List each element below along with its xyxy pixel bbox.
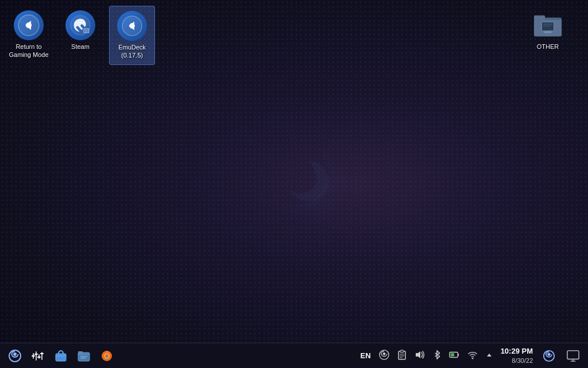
volume-tray-icon[interactable] [412,348,427,364]
notifications-up-icon[interactable] [483,348,495,363]
taskbar-left [5,346,358,366]
firefox-taskbar-btn[interactable] [96,346,117,366]
svg-rect-28 [56,354,66,361]
store-taskbar-btn[interactable] [51,346,71,366]
steam-tray-icon[interactable] [377,347,392,365]
other-folder-icon[interactable]: OTHER [525,6,571,55]
svg-rect-12 [534,16,545,20]
battery-tray-icon[interactable] [447,348,462,364]
desktop-watermark [248,126,363,241]
svg-rect-46 [450,353,454,356]
emudeck-icon-image [117,11,147,41]
svg-rect-15 [544,32,551,33]
svg-point-49 [547,352,551,356]
clipboard-tray-icon[interactable] [395,347,409,365]
taskbar: EN [0,343,588,368]
system-tray: EN [358,346,583,366]
wifi-tray-icon[interactable] [465,348,480,364]
svg-rect-6 [84,29,89,33]
steam-icon[interactable]: Steam [57,6,103,55]
svg-rect-31 [78,351,83,354]
svg-point-47 [471,357,473,359]
return-gaming-label: Return to Gaming Mode [8,43,49,59]
desktop-icons-area: Return to Gaming Mode Steam [6,6,155,65]
svg-rect-40 [400,350,404,352]
bluetooth-tray-icon[interactable] [431,347,443,365]
svg-rect-50 [567,350,579,359]
steam-label: Steam [71,43,90,51]
return-gaming-icon[interactable]: Return to Gaming Mode [6,6,52,64]
steamos-taskbar-btn[interactable] [5,346,25,366]
svg-rect-14 [541,22,554,30]
steam-icon-image [65,10,95,40]
svg-point-19 [13,352,17,356]
svg-point-38 [382,352,385,355]
display-btn[interactable] [563,346,583,366]
return-gaming-icon-image [14,10,44,40]
clock-time: 10:29 PM [501,346,533,356]
other-folder-image [533,10,563,40]
desktop: Return to Gaming Mode Steam [0,0,588,368]
files-taskbar-btn[interactable] [74,346,94,366]
clock-display[interactable]: 10:29 PM 8/30/22 [498,346,535,366]
other-folder-label: OTHER [537,43,559,51]
language-indicator[interactable]: EN [358,350,373,361]
steamos-right-btn[interactable] [539,346,559,366]
emudeck-icon[interactable]: EmuDeck (0.17.5) [109,6,155,65]
clock-date: 8/30/22 [512,356,533,365]
svg-rect-45 [458,354,459,356]
audio-taskbar-btn[interactable] [28,346,48,366]
emudeck-label: EmuDeck (0.17.5) [112,43,152,60]
